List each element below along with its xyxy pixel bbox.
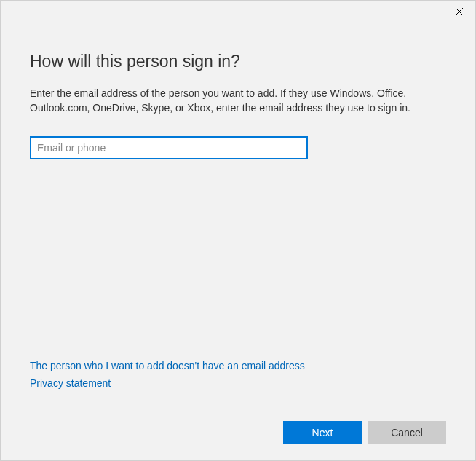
description-text: Enter the email address of the person yo…	[30, 86, 437, 116]
dialog-content: How will this person sign in? Enter the …	[1, 23, 475, 159]
close-button[interactable]	[443, 1, 475, 23]
next-button[interactable]: Next	[283, 421, 362, 444]
cancel-button[interactable]: Cancel	[368, 421, 446, 444]
footer-buttons: Next Cancel	[283, 421, 446, 444]
links-section: The person who I want to add doesn't hav…	[30, 360, 305, 395]
privacy-statement-link[interactable]: Privacy statement	[30, 377, 305, 389]
titlebar	[1, 1, 475, 23]
close-icon	[456, 7, 463, 17]
no-email-link[interactable]: The person who I want to add doesn't hav…	[30, 360, 305, 371]
page-title: How will this person sign in?	[30, 52, 446, 71]
email-or-phone-input[interactable]	[30, 136, 308, 159]
